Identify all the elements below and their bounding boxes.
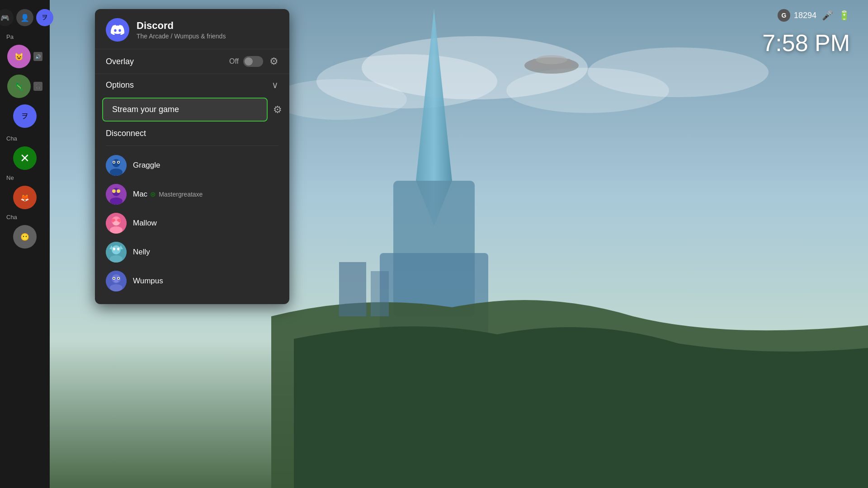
discord-subtitle: The Arcade / Wumpus & friends [137, 33, 226, 40]
sidebar-xbox-icon: ✕ [13, 146, 37, 170]
friend-gamertag-mac: Mastergreataxe [159, 191, 203, 198]
overlay-settings-icon[interactable]: ⚙ [269, 56, 278, 67]
sidebar-icon-discord: ヲ [36, 9, 53, 26]
friends-divider [106, 145, 278, 146]
svg-point-36 [110, 255, 123, 263]
avatar-wumpus-svg [106, 271, 127, 291]
sidebar-icon-2: 👤 [16, 9, 33, 26]
sidebar-volume-icon: 🔊 [33, 52, 42, 61]
xbox-icon-mac: ⊛ [150, 190, 156, 198]
clock-display: 7:58 PM [762, 18, 850, 56]
svg-point-31 [110, 226, 123, 234]
overlay-state: Off [229, 57, 239, 66]
svg-point-4 [271, 79, 407, 120]
friend-item-wumpus[interactable]: Wumpus [102, 267, 282, 295]
sidebar-icon-1: 🎮 [0, 9, 14, 26]
avatar-mallow-svg [106, 213, 127, 234]
friend-name-graggle: Graggle [133, 161, 160, 170]
disconnect-button[interactable]: Disconnect [106, 129, 146, 138]
sidebar-top-icons: 🎮 👤 ヲ [0, 9, 53, 26]
friends-list: Graggle Mac ⊛ Mastergreataxe [95, 151, 289, 295]
xbox-sidebar: 🎮 👤 ヲ Pa 😺 🔊 🦎 🎧 ヲ Cha ✕ Ne 🦊 Cha 😶 [0, 0, 50, 488]
stream-settings-icon[interactable]: ⚙ [273, 104, 282, 116]
sidebar-discord-icon: ヲ [13, 104, 37, 128]
sidebar-label-cha2: Cha [0, 214, 17, 221]
friend-item-mallow[interactable]: Mallow [102, 209, 282, 237]
sidebar-label-pa: Pa [0, 33, 14, 40]
svg-point-16 [110, 169, 123, 176]
friend-name-mallow: Mallow [133, 219, 157, 228]
stream-row: Stream your game ⚙ [102, 98, 282, 122]
avatar-nelly-svg [106, 242, 127, 263]
discord-panel: Discord The Arcade / Wumpus & friends Ov… [95, 9, 289, 304]
friend-item-mac[interactable]: Mac ⊛ Mastergreataxe [102, 180, 282, 208]
svg-point-25 [110, 197, 123, 205]
svg-point-20 [118, 162, 119, 163]
discord-header: Discord The Arcade / Wumpus & friends [95, 9, 289, 49]
friend-name-wumpus: Wumpus [133, 277, 163, 286]
svg-point-44 [118, 278, 119, 279]
svg-point-13 [536, 55, 567, 64]
options-label: Options [106, 80, 272, 90]
friend-avatar-wumpus [106, 271, 127, 291]
friend-name-mac: Mac [133, 190, 147, 199]
clock-time: 7:58 PM [762, 30, 850, 56]
avatar-mac-svg [106, 184, 127, 205]
disconnect-row: Disconnect [95, 123, 289, 144]
friend-avatar-nelly [106, 242, 127, 263]
svg-point-30 [113, 221, 119, 225]
sidebar-avatar-2: 🦎 [7, 75, 31, 98]
svg-rect-9 [339, 262, 366, 316]
friend-avatar-graggle [106, 155, 127, 176]
svg-point-24 [117, 189, 120, 193]
discord-logo-svg [111, 25, 124, 35]
sidebar-xbox-row: ✕ [9, 145, 40, 172]
discord-title-group: Discord The Arcade / Wumpus & friends [137, 20, 226, 40]
chevron-down-icon: ∨ [272, 80, 278, 90]
friend-avatar-mac [106, 184, 127, 205]
sidebar-avatar-row-2: 🦎 🎧 [4, 73, 46, 100]
sidebar-avatar-row-1: 😺 🔊 [4, 43, 46, 70]
avatar-graggle-svg [106, 155, 127, 176]
friend-avatar-mallow [106, 213, 127, 234]
svg-point-46 [110, 284, 123, 291]
sidebar-avatar-row-4: 😶 [9, 223, 40, 250]
svg-point-19 [113, 162, 115, 163]
sidebar-avatar-1: 😺 [7, 45, 31, 68]
discord-logo [106, 18, 129, 42]
discord-title: Discord [137, 20, 226, 32]
sidebar-avatar-row-3: 🦊 [9, 184, 40, 211]
friend-item-graggle[interactable]: Graggle [102, 151, 282, 179]
options-row[interactable]: Options ∨ [95, 74, 289, 96]
svg-point-43 [113, 278, 115, 279]
overlay-row: Overlay Off ⚙ [95, 49, 289, 74]
sidebar-label-ne: Ne [0, 174, 14, 181]
stream-game-button[interactable]: Stream your game [102, 98, 268, 122]
sidebar-label-cha1: Cha [0, 135, 17, 142]
sidebar-avatar-3: 🦊 [13, 186, 37, 209]
sidebar-discord-row: ヲ [9, 103, 40, 130]
friend-info-mac: Mac ⊛ Mastergreataxe [133, 190, 203, 199]
overlay-label: Overlay [106, 57, 229, 66]
overlay-toggle[interactable] [243, 56, 263, 67]
friend-name-nelly: Nelly [133, 248, 150, 257]
svg-point-23 [112, 189, 116, 193]
svg-point-5 [588, 47, 769, 97]
friend-item-nelly[interactable]: Nelly [102, 238, 282, 266]
sidebar-avatar-4: 😶 [13, 225, 37, 249]
clock-top-spacer [762, 18, 850, 28]
sidebar-headset-icon: 🎧 [33, 82, 42, 91]
svg-point-45 [114, 280, 118, 282]
svg-rect-10 [371, 271, 389, 316]
